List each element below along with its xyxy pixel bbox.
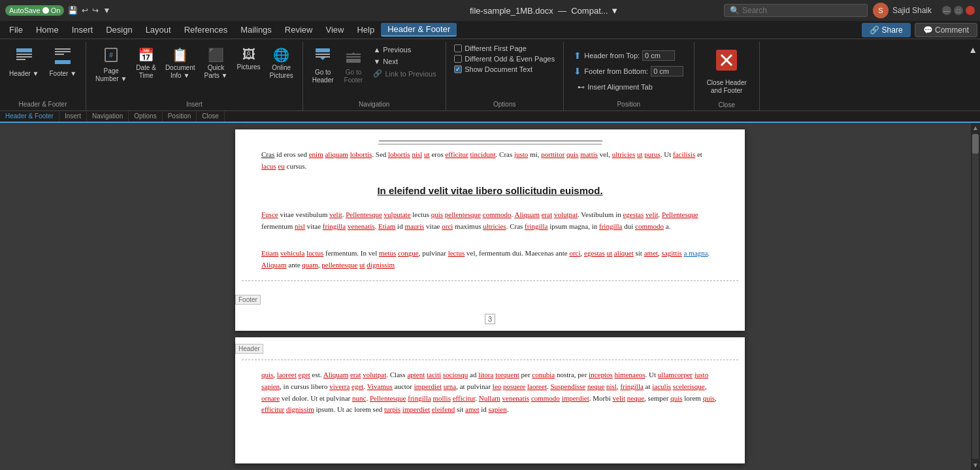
ribbon-group-navigation: Go toHeader Go toFooter ▲ Previous ▼ Nex… bbox=[303, 42, 446, 110]
ribbon-collapse-button[interactable]: ▲ bbox=[966, 42, 980, 110]
close-button[interactable]: ✕ bbox=[966, 6, 975, 15]
header-button[interactable]: Header ▼ bbox=[5, 44, 42, 80]
svg-marker-13 bbox=[320, 58, 325, 60]
link-to-previous-button[interactable]: 🔗 Link to Previous bbox=[369, 68, 440, 79]
go-to-footer-icon bbox=[345, 47, 362, 67]
group-label-hf: Header & Footer bbox=[19, 101, 67, 108]
show-document-text-label: Show Document Text bbox=[465, 65, 532, 73]
pictures-button[interactable]: 🖼 Pictures bbox=[233, 44, 264, 74]
svg-rect-4 bbox=[55, 48, 71, 50]
dropdown-arrow-icon[interactable]: ▼ bbox=[610, 6, 619, 16]
different-odd-even-option[interactable]: Different Odd & Even Pages bbox=[454, 55, 555, 63]
share-button[interactable]: 🔗 Share bbox=[862, 23, 910, 37]
page-number-button[interactable]: # PageNumber ▼ bbox=[91, 44, 131, 86]
different-first-page-checkbox[interactable] bbox=[454, 44, 462, 52]
ribbon-group-header-footer: Header ▼ Footer ▼ Header & Footer bbox=[0, 42, 86, 110]
group-label-close: Close bbox=[718, 101, 735, 109]
menu-design[interactable]: Design bbox=[99, 24, 139, 36]
title-bar: AutoSave On 💾 ↩ ↪ ▼ file-sample_1MB.docx… bbox=[0, 0, 980, 21]
menu-home[interactable]: Home bbox=[29, 24, 65, 36]
svg-rect-1 bbox=[16, 54, 32, 55]
close-header-footer-label: Close Headerand Footer bbox=[707, 79, 747, 95]
ribbon: Header ▼ Footer ▼ Header & Footer # Page… bbox=[0, 39, 980, 111]
file-title: file-sample_1MB.docx — Compat... ▼ bbox=[365, 6, 724, 16]
next-icon: ▼ bbox=[373, 58, 380, 65]
save-icon[interactable]: 💾 bbox=[68, 6, 78, 15]
menu-layout[interactable]: Layout bbox=[139, 24, 178, 36]
nav-group: ▲ Previous ▼ Next 🔗 Link to Previous bbox=[369, 44, 440, 79]
close-header-footer-icon bbox=[715, 48, 738, 76]
footer-line-1 bbox=[242, 280, 738, 281]
online-pictures-button[interactable]: 🌐 OnlinePictures bbox=[266, 44, 297, 82]
footer-from-bottom-row: ⬇ Footer from Bottom: bbox=[574, 66, 683, 76]
ribbon-group-insert: # PageNumber ▼ 📅 Date &Time 📋 DocumentIn… bbox=[86, 42, 303, 110]
minimize-button[interactable]: — bbox=[942, 6, 951, 15]
footer-position-icon: ⬇ bbox=[574, 66, 581, 76]
go-to-header-icon bbox=[314, 47, 331, 67]
go-to-header-button[interactable]: Go toHeader bbox=[308, 44, 338, 87]
different-first-page-option[interactable]: Different First Page bbox=[454, 44, 555, 52]
page1-para1: Fusce vitae vestibulum velit. Pellentesq… bbox=[235, 203, 745, 239]
search-box[interactable]: 🔍 bbox=[724, 4, 868, 17]
user-name: Sajid Shaik bbox=[892, 6, 932, 15]
pictures-icon: 🖼 bbox=[242, 47, 255, 62]
ribbon-group-options: Different First Page Different Odd & Eve… bbox=[446, 42, 564, 110]
date-time-button[interactable]: 📅 Date &Time bbox=[132, 44, 160, 82]
header-label: Header ▼ bbox=[9, 70, 39, 78]
group-label-options: Options bbox=[493, 101, 515, 108]
document-info-icon: 📋 bbox=[172, 47, 188, 63]
page-2: Header quis, laoreet eget est. Aliquam e… bbox=[235, 337, 745, 463]
autosave-toggle[interactable]: AutoSave On bbox=[5, 5, 64, 16]
scroll-track[interactable] bbox=[972, 134, 979, 459]
search-input[interactable] bbox=[742, 6, 860, 15]
menu-right-actions: 🔗 Share 💬 Comment bbox=[862, 23, 977, 37]
show-document-text-option[interactable]: ✓ Show Document Text bbox=[454, 65, 555, 73]
next-button[interactable]: ▼ Next bbox=[369, 56, 440, 67]
footer-from-bottom-input[interactable] bbox=[651, 66, 683, 76]
comment-button[interactable]: 💬 Comment bbox=[915, 23, 977, 37]
menu-bar: File Home Insert Design Layout Reference… bbox=[0, 21, 980, 39]
collapse-icon: ▲ bbox=[968, 44, 977, 55]
header-from-top-input[interactable] bbox=[642, 50, 675, 61]
menu-mailings[interactable]: Mailings bbox=[234, 24, 278, 36]
menu-help[interactable]: Help bbox=[350, 24, 381, 36]
scroll-thumb[interactable] bbox=[972, 134, 979, 154]
insert-alignment-tab-button[interactable]: ⊷ Insert Alignment Tab bbox=[574, 82, 656, 93]
menu-view[interactable]: View bbox=[319, 24, 350, 36]
restore-button[interactable]: □ bbox=[954, 6, 963, 15]
menu-file[interactable]: File bbox=[3, 24, 29, 36]
ribbon-label-navigation: Navigation bbox=[87, 111, 129, 122]
ribbon-label-position: Position bbox=[163, 111, 197, 122]
document-info-button[interactable]: 📋 DocumentInfo ▼ bbox=[161, 44, 199, 82]
undo-icon[interactable]: ↩ bbox=[82, 6, 88, 15]
svg-rect-12 bbox=[316, 56, 330, 58]
scroll-down-arrow[interactable]: ▼ bbox=[971, 460, 980, 470]
group-label-position: Position bbox=[617, 101, 640, 108]
search-icon: 🔍 bbox=[730, 6, 740, 15]
more-icon[interactable]: ▼ bbox=[103, 6, 110, 15]
ribbon-group-position: ⬆ Header from Top: ⬇ Footer from Bottom:… bbox=[564, 42, 694, 110]
menu-header-footer[interactable]: Header & Footer bbox=[381, 23, 457, 37]
online-pictures-icon: 🌐 bbox=[273, 47, 289, 63]
alignment-tab-label: Insert Alignment Tab bbox=[587, 83, 652, 91]
menu-references[interactable]: References bbox=[178, 24, 234, 36]
ribbon-labels: Header & Footer Insert Navigation Option… bbox=[0, 111, 980, 123]
scroll-up-arrow[interactable]: ▲ bbox=[971, 123, 980, 133]
menu-insert[interactable]: Insert bbox=[65, 24, 100, 36]
go-to-footer-button[interactable]: Go toFooter bbox=[340, 44, 367, 87]
scrollbar[interactable]: ▲ ▼ bbox=[971, 123, 980, 470]
redo-icon[interactable]: ↪ bbox=[92, 6, 99, 15]
menu-review[interactable]: Review bbox=[278, 24, 319, 36]
previous-button[interactable]: ▲ Previous bbox=[369, 44, 440, 55]
quick-parts-icon: ⬛ bbox=[208, 47, 224, 63]
document-pages: ━━━━━━━━━━━━━━━━━━━━━━━━━━━━━━━━━━━━━━━━… bbox=[13, 129, 967, 463]
header-position-icon: ⬆ bbox=[574, 50, 581, 61]
svg-rect-11 bbox=[316, 54, 330, 55]
close-header-footer-button[interactable]: Close Headerand Footer bbox=[700, 44, 753, 99]
quick-parts-button[interactable]: ⬛ QuickParts ▼ bbox=[200, 44, 231, 82]
page1-top-text: ━━━━━━━━━━━━━━━━━━━━━━━━━━━━━━━━━━━━━━━━… bbox=[235, 129, 745, 178]
different-odd-even-checkbox[interactable] bbox=[454, 55, 462, 63]
previous-label: Previous bbox=[383, 46, 411, 54]
footer-button[interactable]: Footer ▼ bbox=[45, 44, 80, 80]
show-document-text-checkbox[interactable]: ✓ bbox=[454, 65, 462, 73]
